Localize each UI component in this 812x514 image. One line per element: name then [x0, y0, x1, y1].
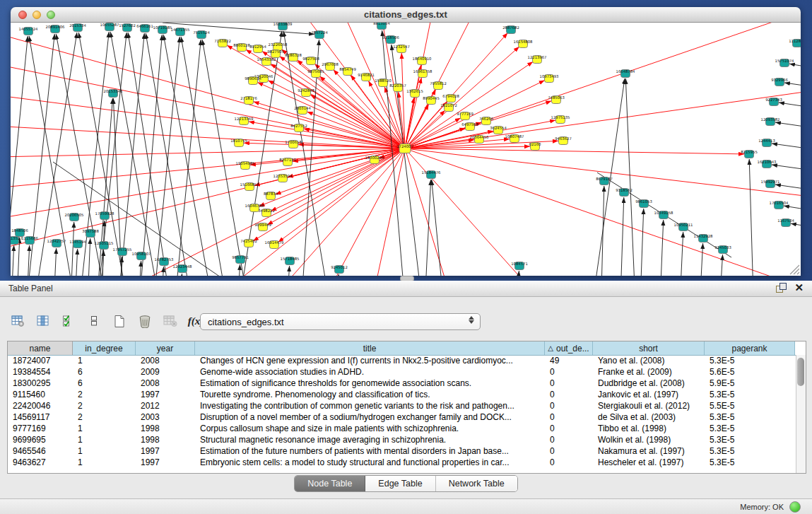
table-cell[interactable]: Hescheler et al. (1997) — [593, 457, 705, 468]
network-node[interactable]: 11432928 — [694, 234, 714, 243]
edge[interactable] — [26, 245, 30, 276]
table-cell[interactable]: 0 — [545, 389, 593, 400]
table-cell[interactable]: 5.3E-5 — [705, 389, 795, 400]
network-node[interactable]: 1621072 — [440, 103, 457, 112]
network-node[interactable]: 20206505 — [65, 213, 84, 221]
edge[interactable] — [254, 148, 405, 186]
network-node[interactable]: 10950211 — [674, 223, 693, 231]
network-node[interactable]: 2887682 — [502, 25, 519, 34]
network-node[interactable]: 8186328 — [285, 53, 302, 62]
network-node[interactable]: 16961758 — [413, 69, 433, 78]
edge[interactable] — [179, 274, 182, 276]
network-node[interactable]: 1362615 — [406, 89, 423, 98]
checkbox-list-icon[interactable] — [61, 313, 76, 329]
table-row[interactable]: 946362711997Embryonic stem cells: a mode… — [8, 457, 796, 468]
table-row[interactable]: 2242004622012Investigating the contribut… — [8, 400, 796, 411]
table-cell[interactable]: Dudbridge et al. (2008) — [593, 378, 705, 389]
network-node[interactable]: 9318562 — [616, 188, 632, 197]
table-cell[interactable]: 2 — [73, 400, 136, 411]
delete-table-icon[interactable] — [163, 313, 178, 329]
table-cell[interactable]: 14569117 — [8, 411, 73, 423]
edge[interactable] — [659, 220, 664, 276]
table-cell[interactable]: de Silva et al. (2003) — [593, 411, 705, 423]
network-node[interactable]: 8813054 — [373, 23, 390, 30]
rows-icon[interactable] — [86, 313, 102, 329]
table-cell[interactable]: Tourette syndrome. Phenomenology and cla… — [195, 389, 545, 400]
network-node[interactable]: 10349158 — [654, 211, 674, 219]
network-node[interactable]: 8912954 — [249, 45, 266, 53]
table-cell[interactable]: Changes of HCN gene expression and I(f) … — [195, 355, 545, 366]
table-cell[interactable]: 5.3E-5 — [705, 355, 795, 366]
edge[interactable] — [719, 255, 723, 276]
edge[interactable] — [70, 222, 74, 276]
edge[interactable] — [601, 186, 604, 276]
table-cell[interactable]: 0 — [545, 445, 593, 457]
edge[interactable] — [424, 180, 431, 276]
table-cell[interactable]: 5.3E-5 — [705, 423, 795, 434]
network-canvas[interactable]: 1724007183002957163822886012889129542322… — [11, 23, 801, 276]
network-node[interactable]: 15184476 — [422, 170, 442, 179]
network-node[interactable]: 12505115 — [95, 241, 114, 250]
edge[interactable] — [11, 148, 405, 164]
trash-icon[interactable] — [137, 313, 153, 329]
network-node[interactable]: 9099449 — [254, 223, 271, 231]
table-cell[interactable]: 0 — [545, 411, 593, 423]
table-row[interactable]: 946554611997Estimation of the future num… — [8, 445, 796, 457]
table-row[interactable]: 911546021997Tourette syndrome. Phenomeno… — [8, 389, 796, 400]
network-node[interactable]: 10807487 — [505, 134, 524, 143]
edge[interactable] — [640, 209, 644, 276]
edge[interactable] — [11, 23, 405, 148]
edge[interactable] — [789, 64, 801, 76]
table-cell[interactable]: 5.3E-5 — [705, 445, 795, 457]
network-node[interactable]: 1700618 — [285, 140, 302, 148]
network-node[interactable]: 12213967 — [528, 55, 547, 64]
network-node[interactable]: 7955812 — [430, 81, 447, 90]
edge[interactable] — [749, 159, 754, 276]
network-node[interactable]: 9329966 — [771, 78, 788, 86]
network-node[interactable]: 12213369 — [235, 117, 254, 125]
network-node[interactable]: 9861053 — [635, 199, 652, 208]
table-row[interactable]: 1830029562008Estimation of significance … — [8, 378, 796, 389]
table-cell[interactable]: Estimation of significance thresholds fo… — [195, 378, 545, 389]
table-cell[interactable]: 5.3E-5 — [705, 457, 795, 468]
table-cell[interactable]: 1 — [73, 445, 136, 457]
edge[interactable] — [11, 23, 405, 148]
table-cell[interactable]: 18300295 — [8, 378, 73, 389]
network-node[interactable]: 8990445 — [423, 96, 440, 105]
table-row[interactable]: 969969511998Structural magnetic resonanc… — [8, 434, 796, 445]
table-cell[interactable]: 1 — [73, 457, 136, 468]
table-cell[interactable]: 5.3E-5 — [705, 411, 795, 423]
table-row[interactable]: 1872400712008Changes of HCN gene express… — [8, 355, 796, 366]
network-node[interactable]: 15166857 — [240, 182, 259, 191]
edge[interactable] — [286, 266, 290, 276]
edge[interactable] — [784, 83, 801, 93]
network-node[interactable]: 16210643 — [758, 160, 777, 168]
network-node[interactable]: 15751074 — [775, 59, 795, 67]
network-node[interactable]: 1084571 — [511, 262, 528, 270]
table-cell[interactable]: 9463627 — [8, 457, 73, 468]
network-node[interactable]: 16648784 — [616, 69, 636, 78]
table-cell[interactable]: 5.5E-5 — [705, 400, 795, 411]
table-cell[interactable]: 1997 — [136, 389, 195, 400]
edge[interactable] — [405, 148, 744, 154]
network-node[interactable]: 9827508 — [302, 57, 319, 65]
edge[interactable] — [779, 103, 801, 115]
edge[interactable] — [405, 148, 801, 276]
edge[interactable] — [432, 180, 445, 276]
edge[interactable] — [173, 40, 201, 276]
table-cell[interactable]: 2012 — [136, 400, 195, 411]
edge[interactable] — [11, 107, 405, 148]
network-node[interactable]: 7425402 — [240, 239, 257, 247]
column-header-name[interactable]: name — [8, 341, 73, 355]
table-cell[interactable]: 0 — [545, 400, 593, 411]
table-cell[interactable]: 22420046 — [8, 400, 73, 411]
network-node[interactable]: 10958107 — [132, 252, 151, 260]
edge[interactable] — [784, 206, 801, 218]
edge[interactable] — [679, 232, 683, 276]
tab-node-table[interactable]: Node Table — [295, 476, 365, 491]
network-node[interactable]: 12093582 — [761, 117, 780, 126]
network-node[interactable]: 20891406 — [46, 25, 66, 33]
table-cell[interactable]: 0 — [545, 423, 593, 434]
table-settings-icon[interactable] — [10, 313, 25, 329]
table-cell[interactable]: 9777169 — [8, 423, 73, 434]
